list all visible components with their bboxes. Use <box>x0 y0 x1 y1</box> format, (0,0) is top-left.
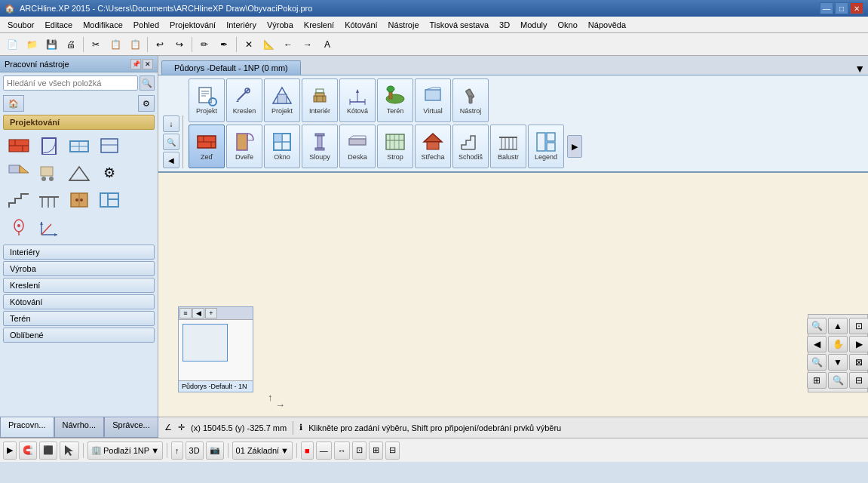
line-type-button[interactable]: — <box>316 441 332 460</box>
move-up-button[interactable]: ↑ <box>171 441 183 460</box>
pan-down-button[interactable]: ▼ <box>828 354 848 371</box>
tool-zed[interactable]: Zeď <box>189 125 225 168</box>
cat-icon-cabinet[interactable] <box>65 187 94 213</box>
tool-sloupy[interactable]: Sloupy <box>302 125 338 168</box>
extra-btn-2[interactable]: ⊞ <box>369 441 383 460</box>
vyroba-button[interactable]: Výroba <box>3 261 155 276</box>
pan-up-button[interactable]: ▲ <box>828 318 848 334</box>
minimap-btn-prev[interactable]: ◀ <box>192 308 204 318</box>
pan-hand-button[interactable]: ✋ <box>828 336 848 352</box>
maximize-button[interactable]: □ <box>835 2 848 14</box>
projektovani-header[interactable]: Projektování <box>3 115 155 130</box>
menu-soubor[interactable]: Soubor <box>3 19 38 31</box>
panel-tab-pracovni[interactable]: Pracovn... <box>0 417 54 438</box>
tool-interiery[interactable]: Interiér <box>302 78 338 122</box>
measure-button[interactable]: 📐 <box>259 35 278 54</box>
snap-button[interactable]: 🧲 <box>19 441 37 460</box>
cat-icon-stairs[interactable] <box>5 187 33 213</box>
tool-balustr[interactable]: Balustr <box>490 125 526 168</box>
tool-virtual[interactable]: Virtual <box>415 78 451 122</box>
menu-tiskova-sestava[interactable]: Tisková sestava <box>425 19 493 31</box>
zoom-fit-button[interactable]: ⊡ <box>849 318 868 334</box>
cat-icon-ref[interactable] <box>95 133 124 158</box>
3d-button[interactable]: 3D <box>186 441 204 460</box>
tool-projekt[interactable]: Projekt <box>189 78 225 122</box>
print-button[interactable]: 🖨 <box>62 35 80 54</box>
cat-icon-wall[interactable] <box>5 133 33 158</box>
cat-icon-door[interactable] <box>35 133 63 158</box>
active-tab[interactable]: Půdorys -Default - 1NP (0 mm) <box>161 60 301 75</box>
minimap-view[interactable] <box>179 320 253 380</box>
tool-dvere[interactable]: Dveře <box>226 125 262 168</box>
tool-kotovani[interactable]: Kótová <box>339 78 376 122</box>
tool-strop[interactable]: Strop <box>377 125 413 168</box>
menu-3d[interactable]: 3D <box>495 19 514 31</box>
zoom-dynamic-button[interactable]: 🔍 <box>828 372 848 389</box>
layer-dropdown[interactable]: 01 Základní ▼ <box>232 441 293 460</box>
cat-icon-map[interactable] <box>5 214 33 240</box>
arrow-direction-button[interactable]: ↔ <box>334 441 350 460</box>
new-button[interactable]: 📄 <box>3 35 21 54</box>
ribbon-expand-arrow[interactable]: ▶ <box>567 125 582 168</box>
copy-button[interactable]: 📋 <box>106 35 124 54</box>
tool-legend[interactable]: Legend <box>528 125 564 168</box>
menu-napoveda[interactable]: Nápověda <box>584 19 630 31</box>
zoom-out-button[interactable]: 🔍 <box>807 354 827 371</box>
extra-btn-1[interactable]: ⊡ <box>352 441 367 460</box>
kresleni-button[interactable]: Kreslení <box>3 278 155 293</box>
extra-btn-3[interactable]: ⊟ <box>385 441 400 460</box>
cat-icon-floorplan[interactable] <box>95 187 124 213</box>
snap-settings-button[interactable]: ⬛ <box>39 441 57 460</box>
cat-icon-railing[interactable] <box>35 187 63 213</box>
menu-modifikace[interactable]: Modifikace <box>78 19 127 31</box>
strip-btn-zoom[interactable]: 🔍 <box>163 134 179 150</box>
menu-pohled[interactable]: Pohled <box>129 19 164 31</box>
menu-vyroba[interactable]: Výroba <box>262 19 298 31</box>
zoom-window-button[interactable]: ⊞ <box>807 372 827 389</box>
left-arrow-button[interactable]: ← <box>279 35 297 54</box>
close-button[interactable]: ✕ <box>850 2 863 14</box>
menu-okno[interactable]: Okno <box>554 19 582 31</box>
cat-icon-ramp[interactable] <box>5 160 33 186</box>
color-button[interactable]: ■ <box>301 441 314 460</box>
menu-nastroje[interactable]: Nástroje <box>384 19 424 31</box>
redo-button[interactable]: ↪ <box>170 35 189 54</box>
panel-tab-spravce[interactable]: Správce... <box>104 417 158 438</box>
draw-pencil-button[interactable]: ✒ <box>215 35 233 54</box>
tool-schody[interactable]: Schodiš <box>452 125 489 168</box>
tab-arrow-down[interactable]: ▼ <box>854 63 865 75</box>
paste-button[interactable]: 📋 <box>126 35 144 54</box>
teren-button[interactable]: Terén <box>3 311 155 326</box>
cat-icon-triangle[interactable] <box>65 160 94 186</box>
cat-icon-axis[interactable] <box>35 214 63 240</box>
search-input[interactable] <box>3 75 138 91</box>
open-button[interactable]: 📁 <box>23 35 41 54</box>
menu-editace[interactable]: Editace <box>40 19 77 31</box>
strip-btn-down[interactable]: ↓ <box>163 115 179 132</box>
cursor-tool-button[interactable]: ▶ <box>3 441 17 460</box>
menu-kresleni[interactable]: Kreslení <box>299 19 339 31</box>
tool-kresleni[interactable]: Kreslen <box>226 78 262 122</box>
minimap-btn-add[interactable]: + <box>205 308 217 318</box>
tool-okno[interactable]: Okno <box>264 125 300 168</box>
tool-strecha[interactable]: Střecha <box>415 125 451 168</box>
panel-close-button[interactable]: ✕ <box>143 59 153 69</box>
floor-dropdown[interactable]: 🏢 Podlaží 1NP ▼ <box>87 441 163 460</box>
cat-icon-gear[interactable]: ⚙ <box>95 160 124 186</box>
kotovani-button[interactable]: Kótování <box>3 294 155 309</box>
menu-moduly[interactable]: Moduly <box>516 19 551 31</box>
zoom-extent-button[interactable]: ⊠ <box>849 354 868 371</box>
home-button[interactable]: 🏠 <box>3 95 24 112</box>
cat-icon-trolley[interactable] <box>35 160 63 186</box>
interiery-button[interactable]: Interiéry <box>3 245 155 260</box>
zoom-realtime-button[interactable]: ⊟ <box>849 372 868 389</box>
strip-btn-left[interactable]: ◀ <box>163 152 179 168</box>
tool-nastroje[interactable]: Nástroj <box>452 78 489 122</box>
minimap-btn-list[interactable]: ≡ <box>179 308 192 318</box>
settings-icon[interactable]: ⚙ <box>138 95 155 112</box>
select-button[interactable] <box>60 441 79 460</box>
panel-tab-navrho[interactable]: Návrho... <box>54 417 105 438</box>
menu-projektovani[interactable]: Projektování <box>165 19 220 31</box>
pan-left-button[interactable]: ◀ <box>807 336 827 352</box>
minimize-button[interactable]: — <box>820 2 833 14</box>
